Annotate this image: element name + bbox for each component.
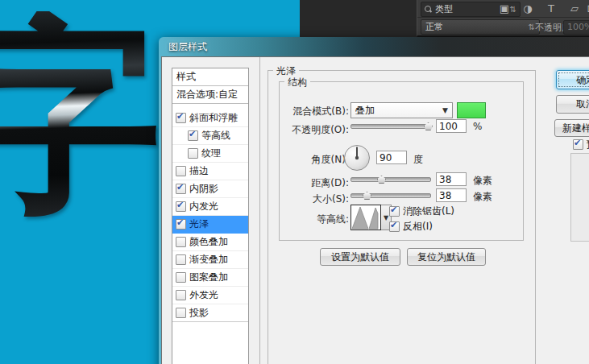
texture-checkbox[interactable] (188, 148, 198, 159)
blend-mode-label: 混合模式(B): (281, 105, 349, 118)
antialias-checkbox[interactable] (389, 206, 400, 217)
outer-glow-checkbox[interactable] (176, 290, 186, 300)
distance-label: 距离(D): (281, 176, 349, 190)
pattern-overlay-checkbox[interactable] (176, 272, 186, 283)
updown-arrows-icon: ⇅ (529, 23, 535, 31)
angle-input[interactable] (376, 151, 407, 164)
opacity-input[interactable] (436, 119, 467, 133)
sidebar-item-texture[interactable]: 纹理 (172, 145, 248, 163)
preview-option[interactable]: 预览(V) (573, 138, 589, 151)
canvas-text-layer: 字 (0, 11, 161, 219)
sidebar-item-label: 光泽 (189, 217, 209, 231)
sidebar-gap (172, 104, 248, 110)
antialias-option[interactable]: 消除锯齿(L) (389, 205, 454, 218)
sidebar-item-label: 外发光 (189, 288, 218, 302)
angle-label: 角度(N): (281, 153, 349, 167)
sidebar-item-styles[interactable]: 样式 (172, 68, 248, 86)
ok-button[interactable]: 确定 (556, 70, 589, 89)
layer-blend-mode-value: 正常 (425, 21, 443, 33)
color-overlay-checkbox[interactable] (176, 237, 186, 247)
sidebar-item-inner-glow[interactable]: 内发光 (172, 198, 248, 216)
chevron-down-icon: ▼ (442, 106, 448, 114)
sidebar-item-pattern-overlay[interactable]: 图案叠加 (172, 269, 248, 287)
cancel-button[interactable]: 取消 (556, 95, 589, 114)
invert-label: 反相(I) (403, 220, 433, 234)
sidebar-item-label: 等高线 (201, 129, 230, 143)
opacity-unit: % (473, 121, 482, 132)
antialias-label: 消除锯齿(L) (403, 205, 454, 218)
sidebar-item-satin[interactable]: 光泽 (172, 216, 248, 234)
inner-shadow-checkbox[interactable] (176, 184, 186, 194)
sidebar-item-label: 投影 (189, 306, 209, 320)
dialog-body: 样式 混合选项:自定 斜面和浮雕 等高线 纹理 描边 (161, 56, 589, 364)
stroke-checkbox[interactable] (176, 166, 186, 176)
blend-mode-value: 叠加 (355, 104, 375, 118)
sidebar-item-color-overlay[interactable]: 颜色叠加 (172, 234, 248, 251)
gradient-overlay-checkbox[interactable] (176, 254, 186, 265)
size-slider[interactable] (350, 191, 431, 201)
satin-checkbox[interactable] (176, 219, 186, 230)
new-style-button[interactable]: 新建样式(W)... (554, 119, 589, 137)
size-input[interactable] (436, 188, 467, 202)
drop-shadow-checkbox[interactable] (176, 308, 186, 318)
structure-group-title: 结构 (284, 76, 310, 89)
layer-opacity-value[interactable]: 100% (563, 20, 589, 35)
contour-curve-icon (351, 205, 380, 230)
smart-object-filter-icon[interactable]: ⊡ (583, 2, 589, 15)
contour-thumbnail[interactable] (350, 205, 381, 230)
preview-checkbox[interactable] (573, 139, 583, 150)
set-default-button[interactable]: 设置为默认值 (320, 248, 400, 266)
style-list: 样式 混合选项:自定 斜面和浮雕 等高线 纹理 描边 (172, 68, 249, 364)
slider-track (350, 193, 431, 198)
pixel-layer-filter-icon[interactable]: ▣ (496, 2, 512, 15)
invert-option[interactable]: 反相(I) (389, 220, 433, 234)
style-preview-thumbnail (570, 153, 589, 242)
panel-divider (417, 17, 589, 18)
type-layer-filter-icon[interactable]: T (543, 2, 559, 15)
slider-track (350, 177, 431, 182)
sidebar-item-label: 内阴影 (189, 182, 218, 196)
sidebar-item-bevel-emboss[interactable]: 斜面和浮雕 (172, 110, 248, 127)
sidebar-item-label: 斜面和浮雕 (189, 111, 238, 125)
contour-checkbox[interactable] (188, 130, 198, 141)
contour-label: 等高线: (281, 213, 349, 226)
sidebar-item-label: 内发光 (189, 200, 218, 213)
size-label: 大小(S): (281, 192, 349, 206)
opacity-label: 不透明度(O): (281, 123, 349, 137)
dialog-title: 图层样式 (168, 40, 207, 54)
satin-color-swatch[interactable] (457, 102, 486, 118)
contour-picker[interactable]: ▼ (350, 205, 392, 230)
bevel-emboss-checkbox[interactable] (176, 113, 186, 123)
sidebar-item-inner-shadow[interactable]: 内阴影 (172, 180, 248, 198)
sidebar-item-contour[interactable]: 等高线 (172, 127, 248, 145)
reset-default-button[interactable]: 复位为默认值 (407, 248, 486, 266)
layer-style-dialog: 图层样式 样式 混合选项:自定 斜面和浮雕 等高线 纹理 (159, 37, 589, 364)
layer-filter-label: 类型 (435, 3, 453, 15)
sidebar-item-outer-glow[interactable]: 外发光 (172, 287, 248, 304)
distance-slider[interactable] (350, 175, 431, 184)
sidebar-item-label: 颜色叠加 (189, 235, 228, 249)
angle-dial[interactable] (343, 144, 371, 172)
sidebar-item-label: 图案叠加 (189, 271, 228, 284)
opacity-slider[interactable] (350, 122, 431, 131)
photoshop-screen: 字 类型 ⇅ ▣ ◑ T ▱ ⊡ 正常 ⇅ 不透明度: 100% 图层样式 样式… (0, 0, 589, 364)
structure-group: 结构 混合模式(B): 叠加 ▼ 不透明度(O): % (279, 81, 524, 241)
invert-checkbox[interactable] (389, 221, 400, 232)
distance-unit: 像素 (473, 174, 492, 188)
shape-layer-filter-icon[interactable]: ▱ (566, 2, 583, 15)
layer-blend-mode-dropdown[interactable]: 正常 ⇅ (421, 19, 540, 35)
size-unit: 像素 (473, 190, 492, 204)
dialog-divider (259, 57, 260, 364)
satin-section: 光泽 结构 混合模式(B): 叠加 ▼ 不透明度(O): (268, 70, 536, 364)
blend-mode-dropdown[interactable]: 叠加 ▼ (350, 102, 453, 118)
inner-glow-checkbox[interactable] (176, 201, 186, 212)
distance-input[interactable] (436, 172, 467, 186)
sidebar-item-drop-shadow[interactable]: 投影 (172, 304, 248, 322)
sidebar-item-stroke[interactable]: 描边 (172, 163, 248, 180)
sidebar-item-gradient-overlay[interactable]: 渐变叠加 (172, 251, 248, 269)
sidebar-item-label: 纹理 (201, 147, 221, 160)
sidebar-item-blending-options[interactable]: 混合选项:自定 (172, 86, 248, 104)
search-icon (425, 6, 432, 13)
sidebar-item-label: 渐变叠加 (189, 253, 228, 267)
adjustment-layer-filter-icon[interactable]: ◑ (520, 2, 536, 15)
